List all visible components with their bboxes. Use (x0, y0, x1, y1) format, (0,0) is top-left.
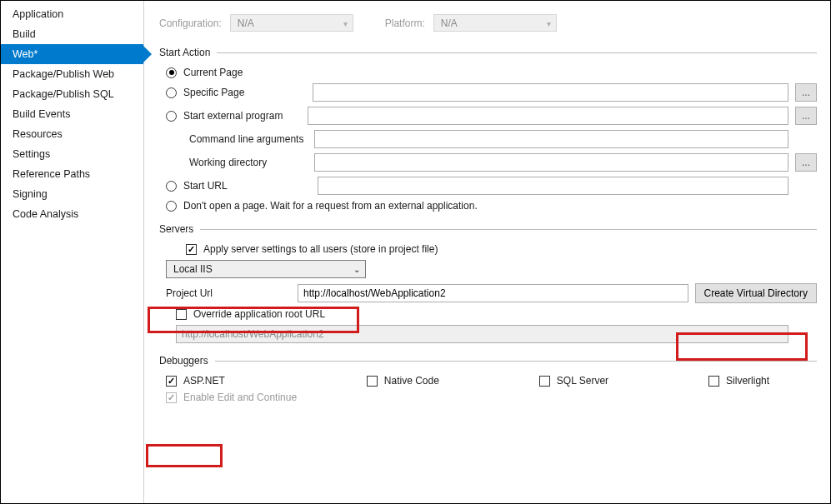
sidebar: Application Build Web* Package/Publish W… (1, 1, 144, 503)
cmd-args-input[interactable] (314, 130, 788, 148)
divider (217, 52, 817, 53)
servers-heading: Servers (159, 223, 193, 235)
servers-section: Servers Apply server settings to all use… (159, 223, 817, 343)
sidebar-item-application[interactable]: Application (1, 4, 143, 24)
sidebar-item-code-analysis[interactable]: Code Analysis (1, 204, 143, 224)
check-override-root-url-label: Override application root URL (193, 308, 325, 320)
override-root-url-input (176, 325, 788, 343)
browse-working-dir-button[interactable]: ... (795, 153, 817, 172)
browse-external-program-button[interactable]: ... (795, 107, 817, 125)
radio-dont-open-page[interactable] (166, 201, 177, 212)
start-url-input[interactable] (318, 177, 788, 195)
check-silverlight-label: Silverlight (726, 375, 769, 387)
working-dir-input[interactable] (314, 153, 788, 172)
check-silverlight[interactable] (708, 376, 719, 387)
highlight-aspnet (146, 444, 223, 467)
cmd-args-label: Command line arguments (166, 133, 308, 145)
create-virtual-directory-button[interactable]: Create Virtual Directory (695, 283, 818, 303)
start-action-heading: Start Action (159, 47, 210, 58)
check-sql-server[interactable] (539, 376, 550, 387)
browse-specific-page-button[interactable]: ... (795, 83, 817, 102)
chevron-down-icon: ▾ (343, 18, 348, 27)
check-aspnet[interactable] (166, 376, 177, 387)
radio-start-external-program[interactable] (166, 111, 177, 122)
divider (215, 361, 817, 362)
check-apply-server-settings[interactable] (186, 244, 197, 255)
sidebar-item-build[interactable]: Build (1, 24, 143, 44)
specific-page-input[interactable] (313, 83, 788, 102)
start-external-program-input[interactable] (308, 107, 788, 125)
check-enable-edit-continue-label: Enable Edit and Continue (183, 392, 297, 403)
check-sql-server-label: SQL Server (557, 375, 608, 387)
sidebar-item-resources[interactable]: Resources (1, 124, 143, 144)
project-url-input[interactable] (298, 284, 688, 302)
check-override-root-url[interactable] (176, 309, 187, 320)
radio-start-external-program-label: Start external program (183, 110, 283, 122)
radio-start-url[interactable] (166, 181, 177, 192)
divider (200, 229, 817, 230)
sidebar-item-settings[interactable]: Settings (1, 144, 143, 164)
radio-dont-open-page-label: Don't open a page. Wait for a request fr… (183, 200, 478, 212)
main-panel: Configuration: N/A ▾ Platform: N/A ▾ Sta… (144, 1, 830, 503)
radio-specific-page[interactable] (166, 87, 177, 98)
start-action-section: Start Action Current Page Specific Page … (159, 47, 817, 212)
check-native-code-label: Native Code (384, 375, 439, 387)
chevron-down-icon: ⌄ (353, 265, 360, 274)
sidebar-item-package-publish-sql[interactable]: Package/Publish SQL (1, 84, 143, 104)
sidebar-item-build-events[interactable]: Build Events (1, 104, 143, 124)
check-apply-server-settings-label: Apply server settings to all users (stor… (203, 243, 438, 255)
sidebar-item-reference-paths[interactable]: Reference Paths (1, 164, 143, 184)
configuration-label: Configuration: (159, 17, 222, 29)
radio-current-page-label: Current Page (183, 67, 243, 78)
configuration-value: N/A (238, 17, 254, 29)
radio-specific-page-label: Specific Page (183, 87, 244, 98)
server-select-value: Local IIS (173, 263, 213, 275)
sidebar-item-package-publish-web[interactable]: Package/Publish Web (1, 64, 143, 84)
check-aspnet-label: ASP.NET (183, 375, 225, 387)
working-dir-label: Working directory (166, 157, 308, 168)
project-url-label: Project Url (166, 287, 291, 299)
debuggers-section: Debuggers ASP.NET Native Code SQL Server… (159, 355, 817, 403)
configuration-select: N/A ▾ (230, 14, 353, 32)
platform-label: Platform: (385, 17, 425, 29)
check-native-code[interactable] (367, 376, 378, 387)
chevron-down-icon: ▾ (547, 18, 551, 27)
debuggers-heading: Debuggers (159, 355, 208, 367)
sidebar-item-web[interactable]: Web* (1, 44, 143, 64)
platform-value: N/A (441, 17, 458, 29)
radio-current-page[interactable] (166, 67, 177, 78)
radio-start-url-label: Start URL (183, 180, 228, 192)
check-enable-edit-continue (166, 392, 177, 403)
config-platform-row: Configuration: N/A ▾ Platform: N/A ▾ (159, 14, 817, 32)
platform-select: N/A ▾ (433, 14, 557, 32)
server-select[interactable]: Local IIS ⌄ (166, 260, 366, 278)
sidebar-item-signing[interactable]: Signing (1, 184, 143, 204)
